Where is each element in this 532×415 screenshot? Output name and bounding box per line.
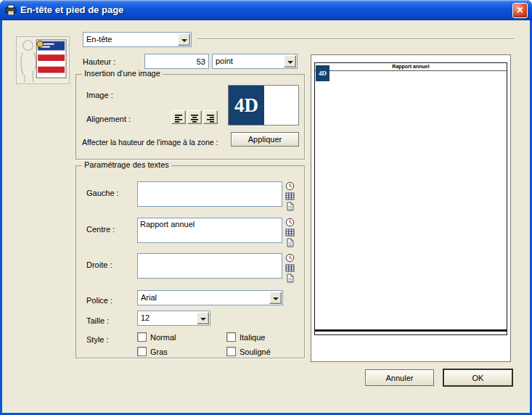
preview-footer-rule [315,329,507,332]
droite-insert-icons [285,252,295,283]
centre-insert-icons [285,217,295,247]
insert-page-number-button[interactable] [285,263,295,272]
insert-page-count-button[interactable] [285,237,295,247]
insert-page-count-button[interactable] [285,201,295,210]
gauche-insert-icons [285,181,295,211]
textes-group: Paramétrage des textes Gauche : [75,165,305,358]
checkbox-souligne[interactable] [226,347,236,356]
checkbox-italique[interactable] [226,332,236,342]
droite-input[interactable] [137,253,282,279]
alignement-label: Alignement : [86,115,131,123]
unit-select[interactable]: point [212,54,298,69]
chevron-down-icon[interactable] [178,33,190,46]
dialog-title: En-tête et pied de page [20,4,123,15]
clock-icon [285,181,295,191]
centre-input[interactable]: Rapport annuel [137,218,282,243]
printer-icon [5,4,17,16]
preview-page: Rapport annuel 4D [314,62,507,335]
title-bar: En-tête et pied de page ✕ [0,0,532,20]
logo-4d: 4D [229,86,264,125]
police-select[interactable]: Arial [137,290,283,305]
gauche-label: Gauche : [86,189,119,197]
clock-icon [285,253,295,263]
taille-select-value: 12 [141,313,150,322]
textes-group-title: Paramétrage des textes [82,160,171,169]
taille-label: Taille : [86,316,109,325]
align-right-icon [206,114,215,123]
checkbox-normal[interactable] [137,332,147,342]
checkbox-italique-label[interactable]: Italique [240,333,265,342]
zone-select[interactable]: En-tête [83,32,192,47]
insert-time-button[interactable] [285,217,295,226]
page-icon [285,274,295,283]
align-left-button[interactable] [171,110,186,124]
insert-page-number-button[interactable] [285,227,295,237]
checkbox-normal-label[interactable]: Normal [150,333,176,342]
page-icon [285,238,295,247]
clock-icon [285,218,295,227]
preview-logo-text: 4D [319,70,327,77]
grid-icon [285,192,295,201]
appliquer-button[interactable]: Appliquer [231,132,299,147]
zone-select-value: En-tête [86,35,112,44]
police-label: Police : [86,296,112,305]
dialog-window: En-tête et pied de page ✕ En-tête Hauteu… [0,0,532,415]
preview-header-rule [315,70,507,71]
dialog-icon [5,4,17,16]
gauche-input[interactable] [137,181,282,207]
separator-line [197,38,514,40]
insert-time-button[interactable] [285,252,295,262]
insert-page-count-button[interactable] [285,273,295,282]
header-footer-illustration [16,36,70,84]
annuler-button[interactable]: Annuler [365,369,434,386]
style-label: Style : [86,335,109,344]
insert-page-number-button[interactable] [285,191,295,200]
hauteur-input[interactable] [144,54,209,69]
image-group-title: Insertion d'une image [82,69,163,78]
checkbox-souligne-label[interactable]: Souligné [240,348,271,356]
preview-panel: Rapport annuel 4D [311,54,511,362]
align-center-button[interactable] [187,110,202,124]
ok-button[interactable]: OK [443,369,512,386]
taille-select[interactable]: 12 [137,311,210,326]
close-icon: ✕ [516,5,523,15]
logo-4d-text: 4D [234,94,258,117]
insert-time-button[interactable] [285,181,295,190]
align-center-icon [190,114,199,123]
droite-label: Droite : [86,260,112,269]
affecter-label: Affecter la hauteur de l'image à la zone… [82,138,218,147]
hauteur-label: Hauteur : [83,57,115,66]
grid-icon [285,228,295,237]
image-label: Image : [86,91,113,99]
police-select-value: Arial [141,293,157,302]
image-preview: 4D [228,85,299,126]
close-button[interactable]: ✕ [512,3,528,18]
preview-logo-4d: 4D [316,65,330,81]
align-left-icon [174,114,183,123]
align-right-button[interactable] [203,110,218,124]
unit-select-value: point [216,57,233,65]
centre-label: Centre : [86,225,115,234]
checkbox-gras[interactable] [137,347,147,356]
grid-icon [285,263,295,273]
chevron-down-icon[interactable] [284,55,296,67]
preview-header-text: Rapport annuel [315,64,507,69]
image-insertion-group: Insertion d'une image Image : 4D Alignem… [75,74,305,160]
document-stripes-icon [17,37,69,83]
page-icon [285,202,295,211]
chevron-down-icon[interactable] [197,312,209,324]
checkbox-gras-label[interactable]: Gras [150,348,168,356]
chevron-down-icon[interactable] [269,292,282,304]
